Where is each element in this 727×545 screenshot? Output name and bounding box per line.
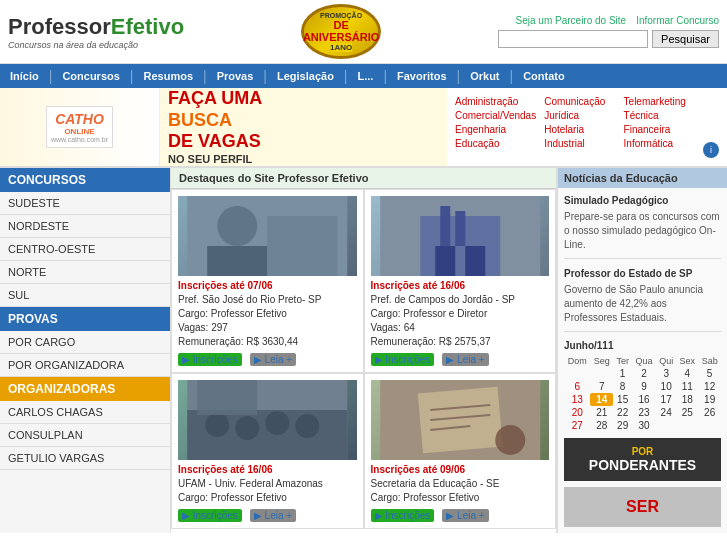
cal-cell[interactable]: 12	[698, 380, 721, 393]
nav-inicio[interactable]: Início	[0, 64, 49, 88]
cal-cell[interactable]	[698, 419, 721, 432]
cal-cell[interactable]: 24	[656, 406, 676, 419]
cal-cell[interactable]	[656, 419, 676, 432]
cal-cell[interactable]: 17	[656, 393, 676, 406]
card2-inscricoes[interactable]: ▶ Inscrições	[371, 353, 435, 366]
sidebar-item-sul[interactable]: SUL	[0, 284, 170, 307]
card3-inscricoes[interactable]: ▶ Inscrições	[178, 509, 242, 522]
card4-leia[interactable]: ▶ Leia +	[442, 509, 488, 522]
cal-cell[interactable]: 3	[656, 367, 676, 380]
news-body-2: Governo de São Paulo anuncia aumento de …	[564, 283, 721, 325]
banner-busca[interactable]: FAÇA UMA BUSCA DE VAGAS NO SEU PERFIL	[160, 88, 447, 166]
nav-orkut[interactable]: Orkut	[460, 64, 509, 88]
informar-link[interactable]: Informar Concurso	[636, 15, 719, 26]
cat-comunicacao[interactable]: Comunicação	[544, 96, 615, 107]
cal-cell[interactable]: 1	[613, 367, 632, 380]
cal-cell[interactable]: 19	[698, 393, 721, 406]
ser-banner[interactable]: SER	[564, 487, 721, 527]
search-button[interactable]: Pesquisar	[652, 30, 719, 48]
cal-cell[interactable]: 21	[590, 406, 613, 419]
cat-comercial[interactable]: Comercial/Vendas	[455, 110, 536, 121]
cal-cell[interactable]: 29	[613, 419, 632, 432]
cat-financeira[interactable]: Financeira	[624, 124, 695, 135]
cat-informatica[interactable]: Informática	[624, 138, 695, 149]
cal-cell[interactable]: 28	[590, 419, 613, 432]
cal-cell[interactable]	[676, 419, 698, 432]
cal-cell[interactable]: 18	[676, 393, 698, 406]
nav-l[interactable]: L...	[348, 64, 384, 88]
sidebar-item-carlos-chagas[interactable]: CARLOS CHAGAS	[0, 401, 170, 424]
cat-educacao[interactable]: Educação	[455, 138, 536, 149]
calendar-table: Dom Seg Ter Qua Qui Sex Sab 123456789101…	[564, 355, 721, 432]
card1-inscricoes[interactable]: ▶ Inscrições	[178, 353, 242, 366]
cal-cell[interactable]: 16	[632, 393, 656, 406]
concurso-img-2	[371, 196, 550, 276]
concurso-card-1: Inscrições até 07/06 Pref. São José do R…	[171, 189, 364, 373]
nav-contato[interactable]: Contato	[513, 64, 575, 88]
cal-cell[interactable]: 6	[564, 380, 590, 393]
cal-cell[interactable]	[590, 367, 613, 380]
sidebar: CONCURSOS SUDESTE NORDESTE CENTRO-OESTE …	[0, 168, 170, 533]
search-input[interactable]	[498, 30, 648, 48]
cal-cell[interactable]: 23	[632, 406, 656, 419]
cal-cell[interactable]: 27	[564, 419, 590, 432]
card4-inscricoes[interactable]: ▶ Inscrições	[371, 509, 435, 522]
banner-tagline: FAÇA UMA BUSCA DE VAGAS NO SEU PERFIL	[168, 88, 262, 166]
cal-cell[interactable]: 20	[564, 406, 590, 419]
nav-resumos[interactable]: Resumos	[133, 64, 203, 88]
cal-cell[interactable]: 8	[613, 380, 632, 393]
sidebar-item-por-organizadora[interactable]: POR ORGANIZADORA	[0, 354, 170, 377]
card3-leia[interactable]: ▶ Leia +	[250, 509, 296, 522]
sidebar-item-por-cargo[interactable]: POR CARGO	[0, 331, 170, 354]
cal-cell[interactable]: 11	[676, 380, 698, 393]
sidebar-item-norte[interactable]: NORTE	[0, 261, 170, 284]
cal-cell[interactable]: 5	[698, 367, 721, 380]
sidebar-item-centro-oeste[interactable]: CENTRO-OESTE	[0, 238, 170, 261]
cal-cell[interactable]: 10	[656, 380, 676, 393]
svg-point-13	[235, 416, 259, 440]
nav-provas[interactable]: Provas	[207, 64, 264, 88]
cal-cell[interactable]: 15	[613, 393, 632, 406]
center-header: Destaques do Site Professor Efetivo	[171, 168, 556, 189]
svg-point-1	[217, 206, 257, 246]
card1-leia[interactable]: ▶ Leia +	[250, 353, 296, 366]
svg-point-12	[205, 413, 229, 437]
parceiro-link[interactable]: Seja um Parceiro do Site	[516, 15, 627, 26]
cat-industrial[interactable]: Industrial	[544, 138, 615, 149]
cal-cell[interactable]: 26	[698, 406, 721, 419]
nav-concursos[interactable]: Concursos	[52, 64, 129, 88]
cal-cell[interactable]: 30	[632, 419, 656, 432]
concurso-card-3: Inscrições até 16/06 UFAM - Univ. Federa…	[171, 373, 364, 529]
cal-cell[interactable]: 13	[564, 393, 590, 406]
news-item-2: Professor do Estado de SP Governo de São…	[564, 267, 721, 332]
ponderantes-box[interactable]: POR PONDERANTES	[564, 438, 721, 481]
banner-catho[interactable]: CATHO ONLINE www.catho.com.br	[0, 88, 160, 166]
cal-cell[interactable]: 9	[632, 380, 656, 393]
cat-hotelaria[interactable]: Hotelaria	[544, 124, 615, 135]
cat-tecnica[interactable]: Técnica	[624, 110, 695, 121]
cal-cell[interactable]: 4	[676, 367, 698, 380]
card2-leia[interactable]: ▶ Leia +	[442, 353, 488, 366]
cal-cell[interactable]: 25	[676, 406, 698, 419]
site-logo[interactable]: ProfessorEfetivo	[8, 14, 184, 40]
sidebar-item-getulio-vargas[interactable]: GETULIO VARGAS	[0, 447, 170, 470]
cal-cell[interactable]: 7	[590, 380, 613, 393]
sidebar-item-nordeste[interactable]: NORDESTE	[0, 215, 170, 238]
cal-cell[interactable]: 14	[590, 393, 613, 406]
cat-engenharia[interactable]: Engenharia	[455, 124, 536, 135]
nav-favoritos[interactable]: Favoritos	[387, 64, 457, 88]
concurso-grid: Inscrições até 07/06 Pref. São José do R…	[171, 189, 556, 529]
info-icon[interactable]: i	[703, 142, 719, 158]
cat-juridica[interactable]: Jurídica	[544, 110, 615, 121]
cal-cell[interactable]	[564, 367, 590, 380]
cal-cell[interactable]: 22	[613, 406, 632, 419]
cat-telemarketing[interactable]: Telemarketing	[624, 96, 695, 107]
cat-administracao[interactable]: Administração	[455, 96, 536, 107]
sidebar-item-consulplan[interactable]: CONSULPLAN	[0, 424, 170, 447]
sidebar-item-sudeste[interactable]: SUDESTE	[0, 192, 170, 215]
logo-subtitle: Concursos na área da educação	[8, 40, 184, 50]
cal-cell[interactable]: 2	[632, 367, 656, 380]
nav-legislacao[interactable]: Legislação	[267, 64, 344, 88]
main: CONCURSOS SUDESTE NORDESTE CENTRO-OESTE …	[0, 168, 727, 533]
card3-info: UFAM - Univ. Federal Amazonas Cargo: Pro…	[178, 477, 357, 505]
